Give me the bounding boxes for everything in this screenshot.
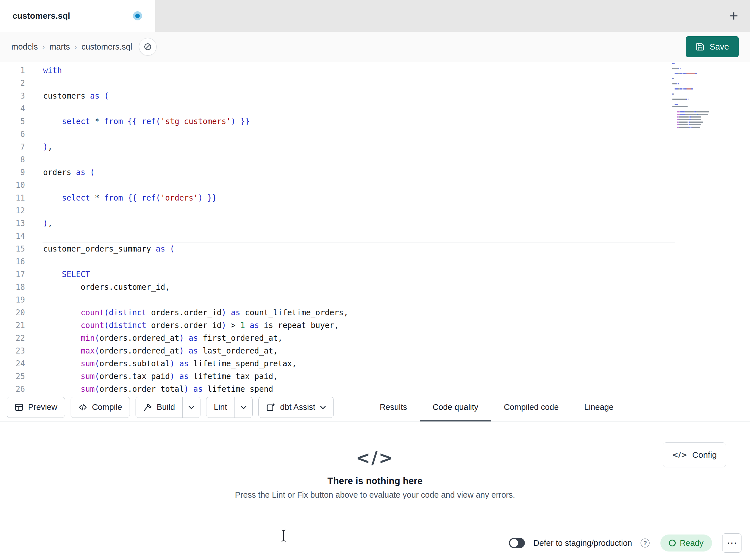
- code-line-4[interactable]: 4: [0, 102, 750, 115]
- line-number: 24: [0, 357, 43, 370]
- tab-lineage[interactable]: Lineage: [571, 393, 626, 421]
- breadcrumb-marts[interactable]: marts: [50, 42, 70, 51]
- line-number: 21: [0, 319, 43, 332]
- ready-label: Ready: [680, 538, 704, 548]
- code-lines: 1with23customers as (45 select * from {{…: [0, 64, 750, 393]
- code-editor[interactable]: 1with23customers as (45 select * from {{…: [0, 62, 750, 393]
- save-button-label: Save: [710, 42, 729, 51]
- code-text: orders.customer_id,: [43, 281, 170, 293]
- docs-preview-button[interactable]: [139, 38, 157, 56]
- overflow-menu-button[interactable]: ⋯: [722, 533, 742, 553]
- code-line-13[interactable]: 13),: [0, 217, 750, 230]
- code-text: select * from {{ ref('stg_customers') }}: [43, 115, 250, 128]
- chevron-down-icon: [320, 405, 326, 409]
- code-text: count(distinct orders.order_id) as count…: [43, 306, 348, 319]
- code-line-12[interactable]: 12: [0, 204, 750, 217]
- code-text: max(orders.ordered_at) as last_ordered_a…: [43, 345, 278, 357]
- line-number: 7: [0, 141, 43, 153]
- editor-tab-bar: customers.sql +: [0, 0, 750, 32]
- line-number: 14: [0, 230, 43, 243]
- code-text: with: [43, 64, 62, 77]
- line-number: 22: [0, 332, 43, 345]
- empty-state-subtitle: Press the Lint or Fix button above to ev…: [235, 490, 515, 500]
- code-icon: </>: [672, 451, 687, 459]
- sparkle-edit-icon: [266, 402, 276, 412]
- code-text: count(distinct orders.order_id) > 1 as i…: [43, 319, 339, 332]
- code-text: ),: [43, 141, 53, 153]
- code-line-23[interactable]: 23 max(orders.ordered_at) as last_ordere…: [0, 345, 750, 357]
- code-line-25[interactable]: 25 sum(orders.tax_paid) as lifetime_tax_…: [0, 370, 750, 383]
- code-line-10[interactable]: 10: [0, 179, 750, 191]
- line-number: 5: [0, 115, 43, 128]
- save-button[interactable]: Save: [686, 36, 739, 57]
- code-line-6[interactable]: 6: [0, 128, 750, 141]
- save-icon: [695, 42, 705, 51]
- compile-button[interactable]: Compile: [71, 397, 130, 418]
- breadcrumb-bar: models › marts › customers.sql Save: [0, 32, 750, 62]
- empty-state-title: There is nothing here: [328, 476, 423, 486]
- compile-label: Compile: [92, 402, 122, 412]
- build-button[interactable]: Build: [136, 397, 201, 418]
- code-line-16[interactable]: 16: [0, 255, 750, 268]
- config-label: Config: [692, 450, 717, 460]
- code-line-14[interactable]: 14: [0, 230, 750, 243]
- tab-results[interactable]: Results: [367, 393, 420, 421]
- code-line-17[interactable]: 17 SELECT: [0, 268, 750, 281]
- code-text: ),: [43, 217, 53, 230]
- line-number: 20: [0, 306, 43, 319]
- config-button[interactable]: </> Config: [663, 442, 726, 468]
- code-text: customers as (: [43, 89, 109, 102]
- line-number: 2: [0, 77, 43, 89]
- code-line-2[interactable]: 2: [0, 77, 750, 89]
- defer-label: Defer to staging/production: [533, 538, 632, 548]
- code-line-22[interactable]: 22 min(orders.ordered_at) as first_order…: [0, 332, 750, 345]
- help-icon[interactable]: ?: [640, 538, 650, 547]
- code-line-20[interactable]: 20 count(distinct orders.order_id) as co…: [0, 306, 750, 319]
- minimap[interactable]: [672, 63, 716, 131]
- line-number: 11: [0, 191, 43, 204]
- code-line-3[interactable]: 3customers as (: [0, 89, 750, 102]
- breadcrumb-separator: ›: [42, 42, 45, 51]
- dbt-ide-window: customers.sql + models › marts › custome…: [0, 0, 750, 560]
- line-number: 16: [0, 255, 43, 268]
- code-line-18[interactable]: 18 orders.customer_id,: [0, 281, 750, 293]
- code-line-11[interactable]: 11 select * from {{ ref('orders') }}: [0, 191, 750, 204]
- code-line-5[interactable]: 5 select * from {{ ref('stg_customers') …: [0, 115, 750, 128]
- line-number: 13: [0, 217, 43, 230]
- line-number: 10: [0, 179, 43, 191]
- code-line-19[interactable]: 19: [0, 293, 750, 306]
- breadcrumb-models[interactable]: models: [11, 42, 38, 51]
- line-number: 17: [0, 268, 43, 281]
- code-line-1[interactable]: 1with: [0, 64, 750, 77]
- status-ring-icon: [669, 540, 676, 546]
- defer-toggle[interactable]: [509, 538, 525, 548]
- code-line-9[interactable]: 9orders as (: [0, 166, 750, 179]
- tab-customers-sql[interactable]: customers.sql: [0, 0, 155, 32]
- chevron-down-icon: [188, 405, 195, 409]
- code-line-8[interactable]: 8: [0, 153, 750, 166]
- code-line-26[interactable]: 26 sum(orders.order_total) as lifetime_s…: [0, 383, 750, 393]
- preview-button[interactable]: Preview: [7, 397, 65, 418]
- code-line-15[interactable]: 15customer_orders_summary as (: [0, 243, 750, 255]
- code-line-21[interactable]: 21 count(distinct orders.order_id) > 1 a…: [0, 319, 750, 332]
- code-text: sum(orders.order_total) as lifetime_spen…: [43, 383, 273, 393]
- lint-dropdown[interactable]: [235, 397, 252, 417]
- indent-guide: [62, 281, 62, 393]
- status-bar: Defer to staging/production ? Ready ⋯: [0, 526, 750, 560]
- toolbar-divider: [344, 393, 344, 421]
- code-line-7[interactable]: 7),: [0, 141, 750, 153]
- new-tab-button[interactable]: +: [730, 8, 738, 23]
- tab-compiled-code[interactable]: Compiled code: [491, 393, 571, 421]
- dbt-assist-button[interactable]: dbt Assist: [258, 397, 334, 418]
- code-text: min(orders.ordered_at) as first_ordered_…: [43, 332, 282, 345]
- lint-button[interactable]: Lint: [206, 397, 253, 418]
- tab-code-quality[interactable]: Code quality: [420, 393, 491, 421]
- panel-tabs: Results Code quality Compiled code Linea…: [367, 393, 626, 421]
- code-text: SELECT: [43, 268, 90, 281]
- build-dropdown[interactable]: [182, 397, 200, 417]
- code-line-24[interactable]: 24 sum(orders.subtotal) as lifetime_spen…: [0, 357, 750, 370]
- code-text: sum(orders.subtotal) as lifetime_spend_p…: [43, 357, 297, 370]
- ready-status-badge[interactable]: Ready: [660, 535, 712, 552]
- line-number: 26: [0, 383, 43, 393]
- line-number: 6: [0, 128, 43, 141]
